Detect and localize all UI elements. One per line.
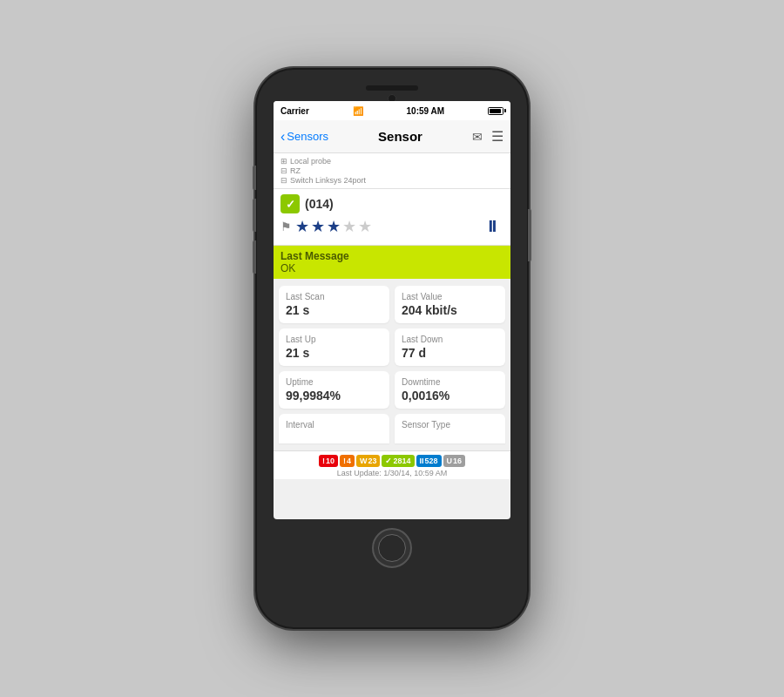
badge-red[interactable]: ! 10	[319, 455, 338, 467]
badge-orange-count: 4	[347, 457, 351, 465]
nav-icons: ✉ ☰	[472, 128, 504, 145]
breadcrumb-item-rz: ⊟ RZ	[280, 166, 504, 175]
back-button[interactable]: ‹ Sensors	[280, 129, 328, 145]
chevron-left-icon: ‹	[280, 129, 285, 145]
badge-blue-count: 528	[425, 457, 438, 465]
breadcrumb-item-probe: ⊞ Local probe	[280, 157, 504, 166]
sensor-title-row: ✓ (014)	[280, 194, 504, 213]
stat-last-value-value: 204 kbit/s	[402, 303, 498, 317]
star-5: ★	[358, 217, 372, 236]
phone-device: Carrier 📶 10:59 AM ‹ Sensors Sensor ✉ ☰	[257, 70, 527, 627]
switch-icon: ⊟	[280, 176, 287, 185]
badge-green-count: 2814	[393, 457, 410, 465]
badge-blue[interactable]: II 528	[416, 455, 442, 467]
stat-last-down-label: Last Down	[402, 335, 498, 344]
stat-downtime: Downtime 0,0016%	[395, 371, 505, 409]
stat-last-down: Last Down 77 d	[395, 328, 505, 366]
flag-icon: ⚑	[280, 220, 292, 233]
star-4: ★	[342, 217, 356, 236]
volume-down-button[interactable]	[253, 240, 256, 274]
star-3: ★	[327, 217, 341, 236]
stat-uptime: Uptime 99,9984%	[279, 371, 389, 409]
content-area[interactable]: ⊞ Local probe ⊟ RZ ⊟ Switch Linksys 24po…	[274, 153, 510, 450]
battery-icon	[488, 107, 504, 115]
stat-interval: Interval	[279, 414, 389, 443]
back-label: Sensors	[287, 130, 328, 143]
sensor-name: (014)	[305, 197, 334, 211]
clock-label: 10:59 AM	[407, 106, 445, 116]
volume-up-button[interactable]	[253, 199, 256, 232]
stat-last-scan: Last Scan 21 s	[279, 286, 389, 323]
stat-last-scan-label: Last Scan	[286, 292, 382, 301]
stat-last-value-label: Last Value	[402, 292, 498, 301]
badge-green[interactable]: ✓ 2814	[382, 455, 414, 467]
badge-yellow[interactable]: W 23	[356, 455, 381, 467]
nav-title: Sensor	[378, 129, 422, 144]
stat-last-up: Last Up 21 s	[279, 328, 389, 366]
rating-stars: ★ ★ ★ ★ ★	[295, 217, 372, 236]
badge-green-icon: ✓	[385, 457, 392, 465]
probe-icon: ⊞	[280, 157, 287, 166]
badge-red-icon: !	[322, 457, 325, 465]
status-badges: ! 10 ! 4 W 23 ✓ 2814 II 528	[277, 455, 507, 467]
stat-downtime-label: Downtime	[402, 377, 498, 387]
home-button[interactable]	[372, 528, 412, 568]
badge-blue-icon: II	[420, 457, 424, 465]
star-1: ★	[295, 217, 309, 236]
power-button[interactable]	[528, 209, 531, 261]
badge-yellow-icon: W	[360, 457, 368, 465]
last-update-label: Last Update: 1/30/14, 10:59 AM	[277, 469, 507, 477]
breadcrumb: ⊞ Local probe ⊟ RZ ⊟ Switch Linksys 24po…	[274, 153, 510, 189]
pause-icon[interactable]: ⏸	[484, 218, 500, 236]
stat-last-up-value: 21 s	[286, 346, 382, 360]
mail-icon[interactable]: ✉	[472, 130, 483, 144]
navigation-bar: ‹ Sensors Sensor ✉ ☰	[274, 120, 510, 153]
badge-gray[interactable]: U 16	[443, 455, 466, 467]
star-2: ★	[311, 217, 325, 236]
switch-label: Switch Linksys 24port	[290, 176, 366, 185]
badge-orange[interactable]: ! 4	[340, 455, 355, 467]
menu-icon[interactable]: ☰	[491, 128, 504, 145]
badge-yellow-count: 23	[368, 457, 376, 465]
stat-last-down-value: 77 d	[402, 346, 498, 360]
stat-uptime-value: 99,9984%	[286, 389, 382, 403]
badge-gray-count: 16	[453, 457, 462, 465]
last-message-label: Last Message	[280, 250, 504, 262]
earpiece-speaker	[366, 85, 418, 91]
stat-downtime-value: 0,0016%	[402, 389, 498, 403]
badge-red-count: 10	[326, 457, 335, 465]
wifi-icon: 📶	[353, 106, 363, 116]
stat-sensor-type-label: Sensor Type	[402, 420, 498, 430]
rz-icon: ⊟	[280, 166, 287, 175]
battery-area	[488, 107, 504, 115]
breadcrumb-item-switch: ⊟ Switch Linksys 24port	[280, 176, 504, 185]
probe-label: Local probe	[290, 157, 331, 166]
badge-orange-icon: !	[343, 457, 346, 465]
stat-last-value: Last Value 204 kbit/s	[395, 286, 505, 323]
sensor-header: ✓ (014) ⚑ ★ ★ ★ ★ ★	[274, 189, 510, 246]
phone-screen: Carrier 📶 10:59 AM ‹ Sensors Sensor ✉ ☰	[274, 101, 510, 519]
stat-sensor-type: Sensor Type	[395, 414, 505, 443]
rz-label: RZ	[290, 166, 301, 175]
last-message-section: Last Message OK	[274, 246, 510, 279]
carrier-label: Carrier	[280, 106, 309, 116]
last-message-value: OK	[280, 262, 504, 274]
sensor-status-icon: ✓	[280, 194, 300, 213]
stat-uptime-label: Uptime	[286, 377, 382, 387]
stars-row: ⚑ ★ ★ ★ ★ ★ ⏸	[280, 213, 504, 240]
stat-last-up-label: Last Up	[286, 335, 382, 344]
badge-gray-icon: U	[447, 457, 453, 465]
bottom-status-bar: ! 10 ! 4 W 23 ✓ 2814 II 528	[274, 450, 510, 479]
stats-grid: Last Scan 21 s Last Value 204 kbit/s Las…	[274, 279, 510, 450]
home-button-inner	[378, 534, 406, 562]
status-bar: Carrier 📶 10:59 AM	[274, 101, 510, 120]
stat-interval-label: Interval	[286, 420, 382, 430]
stat-last-scan-value: 21 s	[286, 303, 382, 317]
